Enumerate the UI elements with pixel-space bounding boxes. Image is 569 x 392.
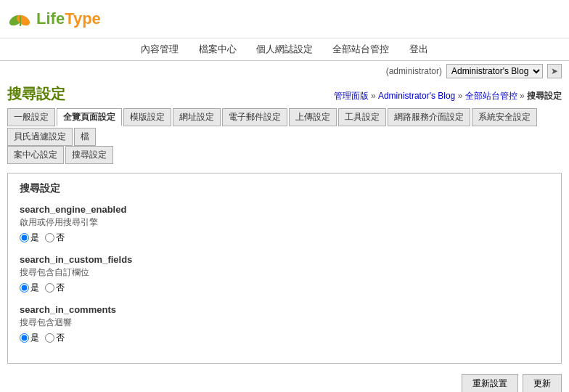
radio-yes-1[interactable]: 是 <box>20 232 39 244</box>
setting-desc-1: 啟用或停用搜尋引擎 <box>20 216 549 229</box>
logo-text: LifeType <box>36 9 101 28</box>
setting-search-engine-enabled: search_engine_enabled 啟用或停用搜尋引擎 是 否 <box>20 204 549 244</box>
nav-site-control[interactable]: 全部站台管控 <box>332 44 389 54</box>
nav-content-mgmt[interactable]: 內容管理 <box>141 44 179 54</box>
tab-tools[interactable]: 工具設定 <box>338 108 386 126</box>
settings-box: 搜尋設定 search_engine_enabled 啟用或停用搜尋引擎 是 否… <box>7 173 562 364</box>
tab-url[interactable]: 網址設定 <box>173 108 221 126</box>
tab-security[interactable]: 系統安全設定 <box>472 108 537 126</box>
nav-personal-settings[interactable]: 個人網誌設定 <box>256 44 313 54</box>
tab-email[interactable]: 電子郵件設定 <box>222 108 287 126</box>
tab-webservice[interactable]: 網路服務介面設定 <box>388 108 470 126</box>
radio-group-1: 是 否 <box>20 232 549 244</box>
breadcrumb-admin[interactable]: 管理面版 <box>334 91 369 101</box>
radio-no-1[interactable]: 否 <box>45 232 65 244</box>
tabs-row2: 案中心設定 搜尋設定 <box>0 146 569 164</box>
page-title: 搜尋設定 <box>7 84 65 104</box>
radio-yes-2[interactable]: 是 <box>20 282 39 294</box>
breadcrumb: 管理面版 » Administrator's Blog » 全部站台管控 » 搜… <box>334 90 562 102</box>
radio-yes-3[interactable]: 是 <box>20 332 39 344</box>
breadcrumb-site-control[interactable]: 全部站台管控 <box>465 91 517 101</box>
svg-point-1 <box>15 13 31 28</box>
tab-bayesian[interactable]: 貝氏過濾設定 <box>7 128 73 146</box>
blog-select[interactable]: Administrator's Blog <box>446 64 543 78</box>
tabs-row1: 一般設定 全覽頁面設定 模版設定 網址設定 電子郵件設定 上傳設定 工具設定 網… <box>0 105 569 146</box>
tab-template[interactable]: 模版設定 <box>123 108 171 126</box>
logo: LifeType <box>7 6 101 32</box>
top-bar: (administrator) Administrator's Blog ➤ <box>0 61 569 81</box>
tab-search[interactable]: 搜尋設定 <box>65 146 113 164</box>
radio-no-3[interactable]: 否 <box>45 332 65 344</box>
logo-icon <box>7 6 33 32</box>
setting-search-in-custom-fields: search_in_custom_fields 搜尋包含自訂欄位 是 否 <box>20 254 549 294</box>
breadcrumb-current: 搜尋設定 <box>527 91 562 101</box>
footer-buttons: 重新設置 更新 <box>0 368 569 392</box>
setting-name-2: search_in_custom_fields <box>20 254 549 265</box>
user-label: (administrator) <box>386 66 442 76</box>
radio-no-2[interactable]: 否 <box>45 282 65 294</box>
radio-group-3: 是 否 <box>20 332 549 344</box>
setting-search-in-comments: search_in_comments 搜尋包含迴響 是 否 <box>20 304 549 344</box>
nav-logout[interactable]: 登出 <box>409 44 428 54</box>
setting-name-3: search_in_comments <box>20 304 549 315</box>
setting-desc-3: 搜尋包含迴響 <box>20 317 549 329</box>
navigate-button[interactable]: ➤ <box>547 64 562 78</box>
radio-group-2: 是 否 <box>20 282 549 294</box>
settings-section-title: 搜尋設定 <box>20 182 549 195</box>
setting-name-1: search_engine_enabled <box>20 204 549 215</box>
nav-file-center[interactable]: 檔案中心 <box>199 44 237 54</box>
breadcrumb-blog[interactable]: Administrator's Blog <box>378 91 455 101</box>
tab-filecenter[interactable]: 案中心設定 <box>7 146 64 164</box>
setting-desc-2: 搜尋包含自訂欄位 <box>20 266 549 279</box>
reset-button[interactable]: 重新設置 <box>462 374 518 392</box>
title-row: 搜尋設定 管理面版 » Administrator's Blog » 全部站台管… <box>0 81 569 105</box>
tab-extra[interactable]: 檔 <box>74 128 96 146</box>
update-button[interactable]: 更新 <box>523 374 562 392</box>
tab-general[interactable]: 一般設定 <box>7 108 55 126</box>
main-nav: 內容管理 檔案中心 個人網誌設定 全部站台管控 登出 <box>0 38 569 61</box>
tab-browse-page[interactable]: 全覽頁面設定 <box>57 108 122 126</box>
tab-upload[interactable]: 上傳設定 <box>289 108 337 126</box>
